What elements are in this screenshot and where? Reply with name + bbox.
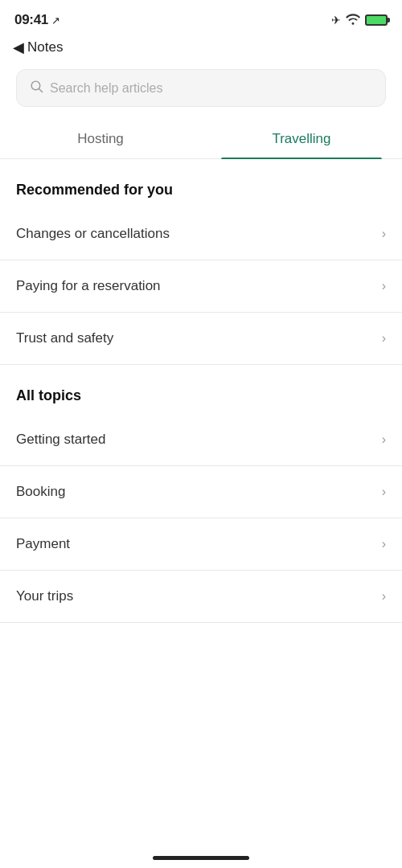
list-item-label: Getting started — [16, 432, 106, 448]
list-item-label: Changes or cancellations — [16, 226, 170, 242]
location-icon: ↗ — [51, 14, 60, 27]
status-bar: 09:41 ↗ ✈ — [0, 0, 402, 35]
list-item-your-trips[interactable]: Your trips › — [0, 571, 402, 623]
tab-travelling[interactable]: Travelling — [201, 120, 402, 158]
search-placeholder: Search help articles — [50, 81, 163, 96]
list-item-trust-safety[interactable]: Trust and safety › — [0, 313, 402, 365]
battery-icon — [365, 14, 388, 26]
svg-line-1 — [39, 89, 43, 92]
list-item-label: Your trips — [16, 588, 73, 604]
back-navigation[interactable]: ◀ Notes — [0, 35, 402, 63]
all-topics-section-header: All topics — [0, 365, 402, 414]
recommended-section-header: Recommended for you — [0, 159, 402, 208]
chevron-right-icon: › — [382, 279, 386, 293]
svg-point-0 — [31, 81, 40, 90]
search-bar[interactable]: Search help articles — [16, 69, 386, 107]
airplane-icon: ✈ — [331, 14, 341, 27]
home-indicator — [153, 856, 249, 860]
list-item-label: Trust and safety — [16, 330, 113, 346]
list-item-paying-reservation[interactable]: Paying for a reservation › — [0, 260, 402, 313]
status-time: 09:41 — [14, 12, 48, 28]
tab-hosting[interactable]: Hosting — [0, 120, 201, 158]
back-label: Notes — [27, 39, 63, 55]
list-item-label: Payment — [16, 536, 70, 552]
list-item-getting-started[interactable]: Getting started › — [0, 414, 402, 466]
back-arrow-icon: ◀ — [13, 39, 24, 56]
list-item-label: Booking — [16, 484, 65, 500]
chevron-right-icon: › — [382, 589, 386, 604]
chevron-right-icon: › — [382, 537, 386, 551]
wifi-icon — [346, 14, 360, 27]
chevron-right-icon: › — [382, 331, 386, 346]
list-item-changes-cancellations[interactable]: Changes or cancellations › — [0, 208, 402, 260]
chevron-right-icon: › — [382, 227, 386, 241]
chevron-right-icon: › — [382, 485, 386, 499]
tabs-container: Hosting Travelling — [0, 120, 402, 159]
list-item-booking[interactable]: Booking › — [0, 466, 402, 518]
search-icon — [30, 80, 43, 96]
list-item-label: Paying for a reservation — [16, 278, 161, 294]
search-container: Search help articles — [0, 63, 402, 120]
list-item-payment[interactable]: Payment › — [0, 518, 402, 571]
chevron-right-icon: › — [382, 432, 386, 447]
status-icons: ✈ — [331, 14, 388, 27]
